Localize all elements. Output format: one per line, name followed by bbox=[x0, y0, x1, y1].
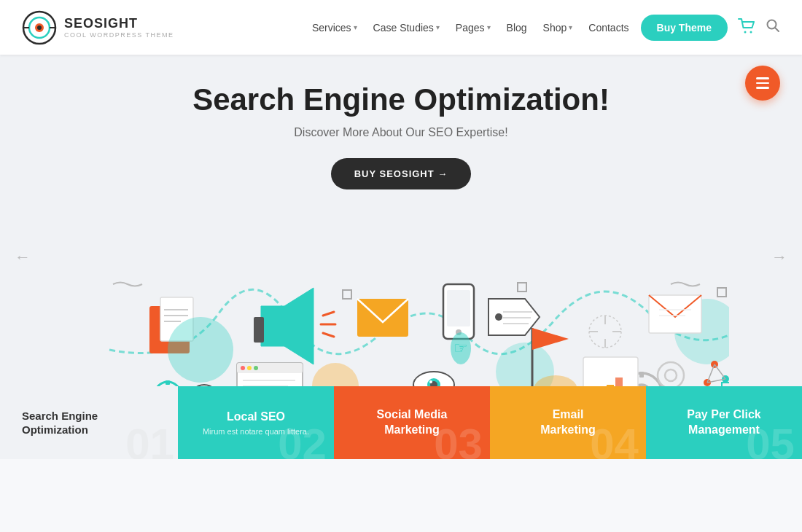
cart-icon[interactable] bbox=[738, 18, 757, 37]
logo-title: SEOSIGHT bbox=[64, 16, 174, 31]
svg-rect-32 bbox=[357, 299, 408, 337]
svg-point-67 bbox=[658, 362, 684, 388]
service-number: 04 bbox=[590, 423, 639, 459]
chevron-down-icon: ▾ bbox=[436, 23, 440, 31]
svg-point-36 bbox=[247, 366, 252, 370]
logo-text: SEOSIGHT COOL WORDPRESS THEME bbox=[64, 16, 174, 39]
carousel-prev-arrow[interactable]: ← bbox=[7, 240, 38, 274]
service-title: Social MediaMarketing bbox=[377, 407, 448, 438]
svg-rect-84 bbox=[343, 290, 351, 299]
menu-line bbox=[756, 82, 769, 85]
svg-point-16 bbox=[168, 317, 233, 383]
svg-point-7 bbox=[750, 31, 752, 33]
chevron-down-icon: ▾ bbox=[487, 23, 491, 31]
service-item-ppc[interactable]: 05 Pay Per ClickManagement bbox=[646, 386, 802, 459]
svg-line-30 bbox=[323, 312, 334, 316]
service-title: Pay Per ClickManagement bbox=[687, 407, 760, 438]
logo-subtitle: COOL WORDPRESS THEME bbox=[64, 31, 174, 39]
svg-marker-27 bbox=[261, 288, 314, 364]
buy-theme-button[interactable]: Buy Theme bbox=[641, 15, 728, 41]
svg-text:→: → bbox=[159, 321, 174, 337]
hero-cta-button[interactable]: BUY SEOSIGHT → bbox=[331, 158, 472, 189]
svg-point-6 bbox=[744, 31, 747, 33]
logo-icon bbox=[22, 10, 57, 45]
svg-point-68 bbox=[665, 369, 677, 381]
menu-line bbox=[756, 87, 769, 89]
svg-point-3 bbox=[37, 26, 42, 30]
nav-item-blog[interactable]: Blog bbox=[507, 22, 527, 34]
nav-links: Services ▾ Case Studies ▾ Pages ▾ Blog S… bbox=[312, 22, 629, 34]
svg-point-47 bbox=[495, 313, 502, 321]
nav-item-case-studies[interactable]: Case Studies ▾ bbox=[373, 22, 440, 34]
service-desc: Mirum est notare quam littera. bbox=[188, 427, 324, 436]
search-icon[interactable] bbox=[766, 18, 780, 36]
service-bar: 01 Search EngineOptimization 02 Local SE… bbox=[0, 386, 802, 459]
svg-rect-34 bbox=[237, 363, 303, 373]
svg-text:☞: ☞ bbox=[453, 339, 468, 357]
chevron-down-icon: ▾ bbox=[569, 23, 572, 31]
service-item-social-media[interactable]: 03 Social MediaMarketing bbox=[334, 386, 490, 459]
navbar: SEOSIGHT COOL WORDPRESS THEME Services ▾… bbox=[0, 0, 802, 55]
menu-line bbox=[756, 77, 769, 79]
chevron-down-icon: ▾ bbox=[354, 23, 357, 31]
svg-marker-57 bbox=[532, 328, 569, 350]
service-number: 01 bbox=[125, 423, 174, 459]
carousel-next-arrow[interactable]: → bbox=[764, 240, 795, 274]
nav-item-contacts[interactable]: Contacts bbox=[588, 22, 628, 34]
service-title: Search EngineOptimization bbox=[22, 409, 98, 437]
logo[interactable]: SEOSIGHT COOL WORDPRESS THEME bbox=[22, 10, 174, 45]
service-title: Local SEO bbox=[227, 410, 285, 425]
svg-line-91 bbox=[715, 364, 725, 379]
service-item-local-seo[interactable]: 02 Local SEO Mirum est notare quam litte… bbox=[178, 386, 334, 459]
svg-rect-61 bbox=[639, 372, 644, 378]
svg-rect-86 bbox=[717, 288, 726, 297]
hero-title: Search Engine Optimization! bbox=[0, 82, 802, 117]
hero-subtitle: Discover More About Our SEO Expertise! bbox=[0, 126, 802, 139]
service-title: EmailMarketing bbox=[540, 407, 596, 438]
svg-line-93 bbox=[707, 364, 715, 383]
svg-rect-19 bbox=[166, 380, 170, 385]
nav-item-pages[interactable]: Pages ▾ bbox=[456, 22, 491, 34]
svg-point-55 bbox=[429, 380, 432, 383]
svg-line-31 bbox=[323, 333, 334, 337]
svg-line-9 bbox=[775, 28, 779, 31]
nav-item-services[interactable]: Services ▾ bbox=[312, 22, 357, 34]
svg-point-35 bbox=[241, 366, 245, 370]
floating-menu-button[interactable] bbox=[745, 66, 780, 101]
nav-item-shop[interactable]: Shop ▾ bbox=[543, 22, 573, 34]
hero-section: Search Engine Optimization! Discover Mor… bbox=[0, 55, 802, 459]
svg-rect-43 bbox=[447, 290, 470, 326]
svg-rect-85 bbox=[518, 283, 526, 292]
service-item-seo[interactable]: 01 Search EngineOptimization bbox=[0, 386, 178, 459]
service-item-email[interactable]: 04 EmailMarketing bbox=[490, 386, 646, 459]
svg-rect-28 bbox=[254, 317, 264, 343]
svg-point-37 bbox=[254, 366, 258, 370]
